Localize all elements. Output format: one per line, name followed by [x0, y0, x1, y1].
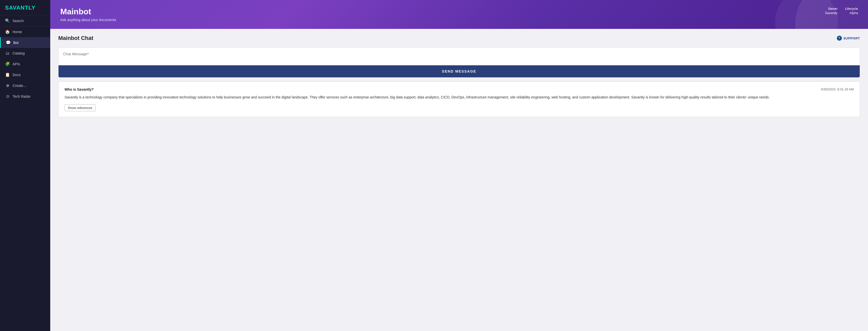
bot-title: Mainbot [60, 7, 116, 16]
support-icon: ? [837, 36, 842, 41]
sidebar-item-label: Catalog [12, 51, 25, 55]
bot-icon: 💬 [6, 40, 11, 45]
chat-input[interactable] [59, 48, 860, 64]
catalog-icon: 🗂 [5, 51, 10, 56]
conversation-card: Who is Savantly? 4/30/2024, 9:31:18 AM S… [58, 82, 860, 117]
support-link[interactable]: ? SUPPORT [837, 36, 860, 41]
main-content: Mainbot Ask anything about your document… [50, 0, 868, 331]
conversation-question: Who is Savantly? [65, 87, 94, 91]
sidebar-item-docs[interactable]: 📋 Docs [0, 69, 50, 80]
sidebar-item-label: Home [12, 30, 22, 34]
sidebar-item-create[interactable]: ⊕ Create... [0, 80, 50, 91]
docs-icon: 📋 [5, 72, 10, 77]
sidebar-item-label: APIs [12, 62, 20, 66]
header-title-area: Mainbot Ask anything about your document… [60, 7, 116, 22]
chat-header: Mainbot Chat ? SUPPORT [58, 35, 860, 41]
conversation-timestamp: 4/30/2024, 9:31:18 AM [821, 87, 854, 91]
sidebar-item-label: Tech Radar [12, 94, 31, 98]
sidebar-item-apis[interactable]: 🧩 APIs [0, 59, 50, 69]
sidebar-item-bot[interactable]: 💬 Bot [0, 37, 50, 48]
owner-meta: Owner Savantly [825, 7, 838, 15]
conversation-answer: Savantly is a technology company that sp… [65, 94, 854, 100]
sidebar-item-label: Docs [12, 73, 21, 77]
logo: SAVANTLY [5, 4, 35, 11]
conversation-header: Who is Savantly? 4/30/2024, 9:31:18 AM [65, 87, 854, 91]
home-icon: 🏠 [5, 29, 10, 34]
show-references-button[interactable]: Show references [65, 104, 96, 111]
lifecycle-label: Lifecycle [845, 7, 858, 10]
chat-title: Mainbot Chat [58, 35, 93, 41]
header-meta: Owner Savantly Lifecycle Alpha [825, 7, 858, 15]
send-button[interactable]: SEND MESSAGE [59, 65, 860, 77]
search-item[interactable]: 🔍 Search [0, 15, 50, 26]
sidebar-item-catalog[interactable]: 🗂 Catalog [0, 48, 50, 59]
input-area: SEND MESSAGE [58, 48, 860, 78]
logo-area: SAVANTLY [0, 0, 50, 15]
header-banner: Mainbot Ask anything about your document… [50, 0, 868, 29]
search-label: Search [12, 19, 24, 23]
tech-radar-icon: ⊙ [5, 94, 10, 99]
apis-icon: 🧩 [5, 62, 10, 66]
create-icon: ⊕ [5, 83, 10, 88]
chat-area: Mainbot Chat ? SUPPORT SEND MESSAGE Who … [50, 29, 868, 331]
sidebar-item-label: Bot [13, 41, 19, 45]
search-icon: 🔍 [5, 18, 10, 23]
lifecycle-meta: Lifecycle Alpha [845, 7, 858, 15]
sidebar-item-home[interactable]: 🏠 Home [0, 26, 50, 37]
owner-label: Owner [828, 7, 837, 10]
owner-value: Savantly [825, 11, 838, 15]
lifecycle-value: Alpha [850, 11, 858, 15]
sidebar: SAVANTLY 🔍 Search 🏠 Home 💬 Bot 🗂 Catalog… [0, 0, 50, 331]
support-label: SUPPORT [843, 36, 860, 40]
bot-subtitle: Ask anything about your documents [60, 18, 116, 22]
sidebar-item-label: Create... [12, 84, 26, 88]
sidebar-item-tech-radar[interactable]: ⊙ Tech Radar [0, 91, 50, 102]
